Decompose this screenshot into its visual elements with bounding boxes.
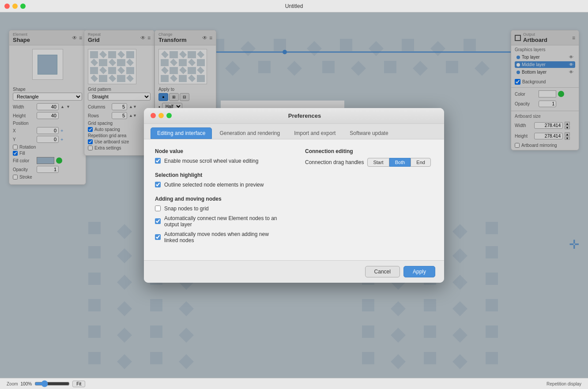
end-button[interactable]: End [411, 158, 431, 167]
enable-scroll-row: Enable mouse scroll wheel value editing [155, 158, 283, 164]
auto-move-checkbox[interactable] [155, 234, 161, 240]
dialog-footer: Cancel Apply [144, 260, 444, 283]
conn-drag-row: Connection drag handles Start Both End [305, 158, 433, 167]
dialog-minimize-button[interactable] [158, 113, 164, 118]
node-value-section: Node value Enable mouse scroll wheel val… [155, 148, 283, 164]
dialog-titlebar: Preferences [144, 108, 444, 124]
auto-move-label: Automatically move nodes when adding new… [164, 231, 283, 243]
auto-connect-label: Automatically connect new Element nodes … [164, 215, 283, 228]
apply-button[interactable]: Apply [403, 266, 435, 277]
tab-software[interactable]: Software update [343, 127, 395, 139]
enable-scroll-label: Enable mouse scroll wheel value editing [164, 158, 258, 164]
dialog-close-button[interactable] [151, 113, 156, 118]
canvas-area: Element Shape 👁 ≡ Shape Rectangle Wi [0, 12, 588, 378]
node-value-title: Node value [155, 148, 283, 154]
outline-label: Outline selected node elements in previe… [164, 182, 264, 188]
start-button[interactable]: Start [367, 158, 389, 167]
selection-highlight-section: Selection highlight Outline selected nod… [155, 172, 283, 188]
preferences-dialog: Preferences Editing and interface Genera… [144, 108, 444, 283]
outline-checkbox[interactable] [155, 182, 161, 187]
zoom-section: Zoom 100% Fit [7, 380, 85, 387]
title-bar: Untitled [0, 0, 588, 12]
zoom-slider[interactable] [34, 380, 70, 387]
dialog-window-controls [151, 113, 172, 118]
zoom-value: 100% [21, 382, 32, 386]
minimize-button[interactable] [12, 4, 18, 9]
snap-checkbox[interactable] [155, 206, 161, 211]
status-bar: Zoom 100% Fit Repetition display [0, 378, 588, 389]
snap-row: Snap nodes to grid [155, 206, 283, 212]
close-button[interactable] [4, 4, 10, 9]
dialog-tabs: Editing and interface Generation and ren… [144, 124, 444, 139]
tab-editing[interactable]: Editing and interface [151, 127, 212, 139]
pref-left-col: Node value Enable mouse scroll wheel val… [155, 148, 283, 251]
snap-label: Snap nodes to grid [164, 206, 209, 212]
both-button[interactable]: Both [389, 158, 411, 167]
repetition-display-label: Repetition display [547, 382, 581, 386]
enable-scroll-checkbox[interactable] [155, 158, 161, 164]
conn-editing-title: Connection editing [305, 148, 433, 154]
tab-import[interactable]: Import and export [287, 127, 342, 139]
maximize-button[interactable] [20, 4, 26, 9]
adding-moving-title: Adding and moving nodes [155, 196, 283, 202]
preferences-dialog-overlay: Preferences Editing and interface Genera… [0, 12, 588, 378]
auto-connect-row: Automatically connect new Element nodes … [155, 215, 283, 228]
zoom-label: Zoom [7, 382, 18, 386]
cancel-button[interactable]: Cancel [365, 266, 400, 277]
window-title: Untitled [285, 3, 303, 9]
conn-editing-section: Connection editing Connection drag handl… [296, 148, 433, 251]
outline-row: Outline selected node elements in previe… [155, 182, 283, 188]
adding-moving-section: Adding and moving nodes Snap nodes to gr… [155, 196, 283, 243]
dialog-body: Node value Enable mouse scroll wheel val… [144, 139, 444, 260]
auto-move-row: Automatically move nodes when adding new… [155, 231, 283, 243]
window-controls [4, 4, 26, 9]
pref-two-col: Node value Enable mouse scroll wheel val… [155, 148, 433, 251]
segment-buttons: Start Both End [367, 158, 430, 167]
tab-generation[interactable]: Generation and rendering [213, 127, 286, 139]
dialog-title: Preferences [288, 112, 321, 119]
auto-connect-checkbox[interactable] [155, 218, 161, 224]
dialog-maximize-button[interactable] [166, 113, 172, 118]
selection-highlight-title: Selection highlight [155, 172, 283, 178]
conn-drag-label: Connection drag handles [305, 159, 364, 165]
fit-button[interactable]: Fit [72, 381, 85, 387]
